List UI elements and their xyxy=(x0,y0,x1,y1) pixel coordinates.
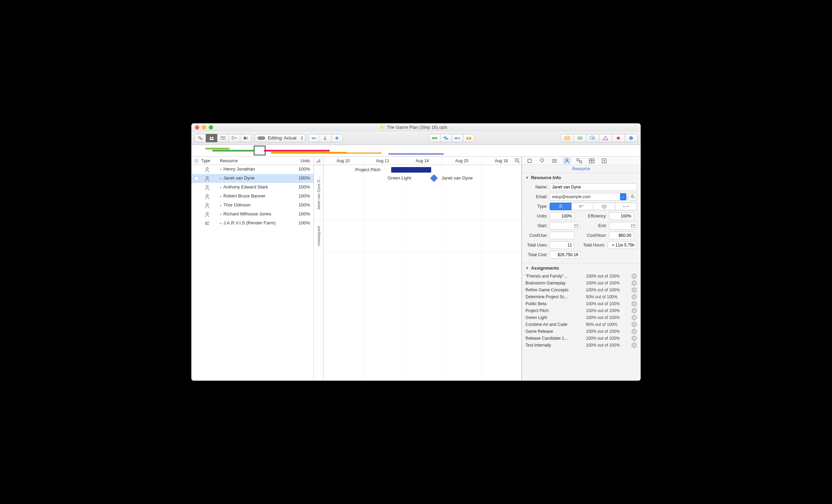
insp-tab-custom[interactable] xyxy=(588,157,596,164)
resource-name: Richard Milhouse Jones xyxy=(223,211,294,216)
contacts-gear-button[interactable]: ▾ xyxy=(629,193,637,201)
remove-assignment-button[interactable]: ✕ xyxy=(631,287,637,293)
network-view-button[interactable] xyxy=(229,134,240,142)
publish-button[interactable]: ⌄ xyxy=(586,134,599,142)
assignment-row[interactable]: Determine Project Sc...50% out of 100%✕ xyxy=(522,293,640,300)
remove-assignment-button[interactable]: ✕ xyxy=(631,336,637,341)
resource-units: 100% xyxy=(294,202,313,207)
totalhours-field[interactable] xyxy=(607,241,637,249)
remove-assignment-button[interactable]: ✕ xyxy=(631,280,637,286)
task-view-button[interactable] xyxy=(194,134,206,142)
insp-tab-schedule[interactable] xyxy=(550,157,559,164)
units-field[interactable] xyxy=(550,212,574,220)
assignment-row[interactable]: Combine Art and Code90% out of 100%✕ xyxy=(522,321,640,328)
section-resource-info-header[interactable]: ▼ Resource Info xyxy=(522,173,640,182)
resource-row[interactable]: •Janet van Dyne100% xyxy=(192,174,313,183)
remove-assignment-button[interactable]: ✕ xyxy=(631,301,637,307)
add-task-button[interactable]: + xyxy=(308,134,320,142)
calendar-view-button[interactable] xyxy=(217,134,229,142)
overview-viewport[interactable] xyxy=(254,146,265,155)
remove-assignment-button[interactable]: ✕ xyxy=(631,322,637,327)
svg-rect-50 xyxy=(318,160,319,163)
styles-view-button[interactable] xyxy=(240,134,252,142)
remove-assignment-button[interactable]: ✕ xyxy=(631,315,637,320)
overview-timeline[interactable] xyxy=(192,145,640,157)
catch-up-button[interactable] xyxy=(440,134,452,142)
remove-assignment-button[interactable]: ✕ xyxy=(631,273,637,279)
add-resource-button[interactable] xyxy=(320,134,331,142)
day-aug10[interactable]: Aug 10 xyxy=(323,157,363,165)
day-aug15[interactable]: Aug 15 xyxy=(442,157,482,165)
start-date-field[interactable] xyxy=(550,222,580,230)
resource-view-button[interactable] xyxy=(206,134,217,142)
assignments-list: "Friends and Family"...100% out of 100%✕… xyxy=(522,273,640,349)
assignment-percent: 100% out of 100% xyxy=(586,329,629,334)
lane-label-person[interactable]: Janet van Dyne D… xyxy=(314,165,323,220)
efficiency-field[interactable] xyxy=(609,212,634,220)
day-aug11[interactable]: Aug 11 xyxy=(363,157,403,165)
assignment-row[interactable]: Green Light100% out of 100%✕ xyxy=(522,314,640,321)
insp-tab-task[interactable] xyxy=(538,157,546,164)
insp-tab-resource[interactable] xyxy=(563,157,571,164)
end-date-field[interactable] xyxy=(609,222,637,230)
assignment-row[interactable]: Public Beta100% out of 100%✕ xyxy=(522,300,640,307)
type-equipment[interactable] xyxy=(571,203,593,210)
add-milestone-button[interactable] xyxy=(331,134,343,142)
resource-row[interactable]: •Thor Odinson100% xyxy=(192,201,313,210)
totalcost-field[interactable] xyxy=(550,251,581,259)
remove-assignment-button[interactable]: ✕ xyxy=(631,342,637,348)
section-assignments-header[interactable]: ▼ Assignments xyxy=(522,263,640,273)
costhour-field[interactable] xyxy=(609,232,634,239)
costuse-field[interactable] xyxy=(550,232,574,239)
resource-row[interactable]: •Anthony Edward Stark100% xyxy=(192,183,313,192)
insp-tab-milestone[interactable] xyxy=(525,157,534,164)
email-value: wasp@example.com xyxy=(550,194,620,199)
name-field[interactable] xyxy=(550,183,637,191)
editing-mode-selector[interactable]: Editing: Actual ▲▼ xyxy=(254,134,306,142)
resource-name: Henry Jonathan xyxy=(223,166,294,172)
stop-button[interactable] xyxy=(612,134,625,142)
reschedule-button[interactable] xyxy=(452,134,463,142)
zoom-icon[interactable] xyxy=(514,158,520,164)
insp-tab-export[interactable] xyxy=(600,157,608,164)
resource-row[interactable]: •Henry Jonathan100% xyxy=(192,165,313,174)
assignment-row[interactable]: Test Internally100% out of 100%✕ xyxy=(522,342,640,349)
remove-assignment-button[interactable]: ✕ xyxy=(631,294,637,300)
type-material[interactable] xyxy=(593,203,615,210)
assignment-row[interactable]: "Friends and Family"...100% out of 100%✕ xyxy=(522,273,640,280)
resource-row[interactable]: •Robert Bruce Banner100% xyxy=(192,192,313,201)
col-units[interactable]: Units xyxy=(294,158,313,163)
chevron-down-icon[interactable]: ⌄ xyxy=(620,193,626,200)
row-checkbox[interactable] xyxy=(194,176,199,181)
info-button[interactable]: i xyxy=(625,134,638,142)
email-combo[interactable]: wasp@example.com ⌄ xyxy=(550,193,627,201)
resource-row[interactable]: •Richard Milhouse Jones100% xyxy=(192,210,313,219)
type-staff[interactable] xyxy=(550,203,572,210)
col-resource[interactable]: Resource xyxy=(218,158,294,163)
milestone-diamond[interactable] xyxy=(430,174,438,182)
snapshot-button[interactable] xyxy=(463,134,475,142)
assignment-row[interactable]: Release Candidate 1...100% out of 100%✕ xyxy=(522,335,640,342)
title-dropdown-icon[interactable]: ⌄ xyxy=(449,125,452,129)
lane-label-unassigned[interactable]: Unassigned xyxy=(314,220,323,251)
totaluses-field[interactable] xyxy=(550,241,574,249)
assignment-row[interactable]: Project Pitch100% out of 100%✕ xyxy=(522,307,640,314)
resource-row[interactable]: •J.A.R.V.I.S (Render Farm)100% xyxy=(192,219,313,227)
col-type[interactable]: Type xyxy=(201,158,218,163)
insp-tab-styles[interactable] xyxy=(575,157,583,164)
sync-button[interactable] xyxy=(573,134,587,142)
type-group[interactable] xyxy=(615,203,637,210)
svg-rect-9 xyxy=(232,136,234,137)
critical-path-button[interactable] xyxy=(599,134,612,142)
reports-button[interactable] xyxy=(561,134,574,142)
assignment-row[interactable]: Refine Game Concepts100% out of 100%✕ xyxy=(522,287,640,293)
leveling-button[interactable] xyxy=(429,134,441,142)
assignment-row[interactable]: Brainstorm Gameplay100% out of 100%✕ xyxy=(522,280,640,287)
gantt-scale-icon[interactable] xyxy=(314,157,323,165)
assignment-row[interactable]: Game Release100% out of 100%✕ xyxy=(522,328,640,335)
remove-assignment-button[interactable]: ✕ xyxy=(631,329,637,334)
day-aug14[interactable]: Aug 14 xyxy=(403,157,442,165)
task-bar[interactable] xyxy=(391,167,431,173)
gantt-grid[interactable]: Aug 10 Aug 11 Aug 14 Aug 15 Aug 16 Proje… xyxy=(323,157,521,380)
remove-assignment-button[interactable]: ✕ xyxy=(631,308,637,313)
